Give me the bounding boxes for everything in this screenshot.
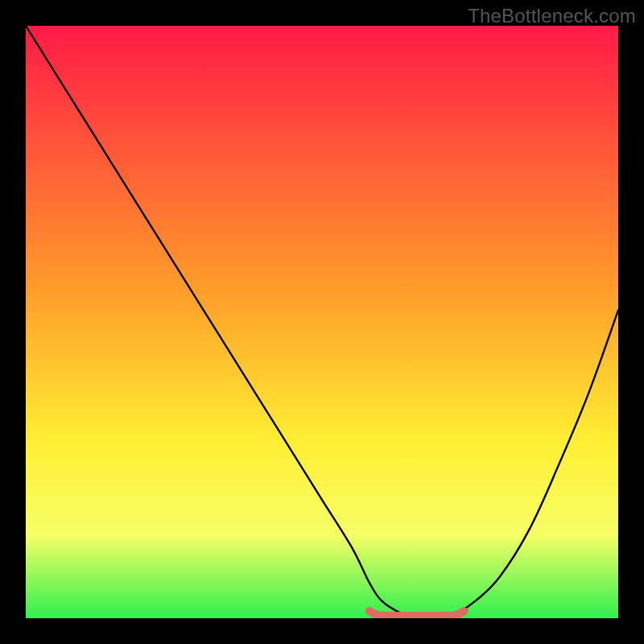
bottleneck-chart (26, 26, 618, 618)
chart-frame: TheBottleneck.com (0, 0, 644, 644)
plot-area (26, 26, 618, 618)
watermark-text: TheBottleneck.com (468, 5, 636, 27)
